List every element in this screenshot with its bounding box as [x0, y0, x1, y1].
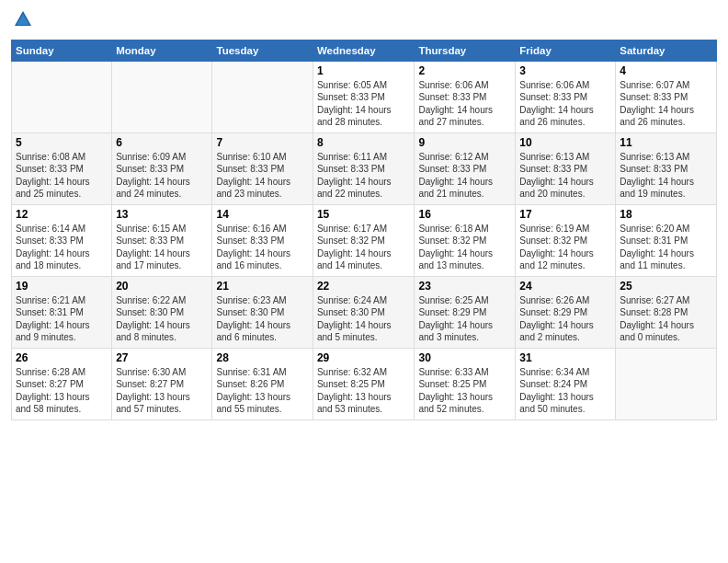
day-info: Sunrise: 6:30 AM Sunset: 8:27 PM Dayligh…	[116, 366, 208, 416]
calendar-cell: 18Sunrise: 6:20 AM Sunset: 8:31 PM Dayli…	[616, 204, 717, 276]
header	[11, 9, 717, 34]
day-number: 15	[317, 208, 411, 221]
day-info: Sunrise: 6:07 AM Sunset: 8:33 PM Dayligh…	[620, 79, 712, 129]
calendar-table: SundayMondayTuesdayWednesdayThursdayFrid…	[11, 40, 717, 420]
weekday-header-monday: Monday	[112, 40, 212, 61]
calendar-cell: 24Sunrise: 6:26 AM Sunset: 8:29 PM Dayli…	[516, 276, 616, 348]
calendar-week-row: 19Sunrise: 6:21 AM Sunset: 8:31 PM Dayli…	[12, 276, 717, 348]
calendar-cell	[616, 348, 717, 419]
day-number: 26	[16, 351, 108, 364]
calendar-cell	[212, 61, 313, 132]
calendar-cell: 14Sunrise: 6:16 AM Sunset: 8:33 PM Dayli…	[212, 204, 313, 276]
day-info: Sunrise: 6:32 AM Sunset: 8:25 PM Dayligh…	[317, 366, 411, 416]
day-info: Sunrise: 6:09 AM Sunset: 8:33 PM Dayligh…	[116, 151, 208, 201]
calendar-cell: 19Sunrise: 6:21 AM Sunset: 8:31 PM Dayli…	[12, 276, 112, 348]
day-info: Sunrise: 6:12 AM Sunset: 8:33 PM Dayligh…	[418, 151, 511, 201]
day-number: 6	[116, 136, 208, 149]
day-number: 16	[418, 208, 511, 221]
day-number: 8	[317, 136, 411, 149]
day-info: Sunrise: 6:11 AM Sunset: 8:33 PM Dayligh…	[317, 151, 411, 201]
day-number: 23	[418, 280, 511, 293]
calendar-cell: 23Sunrise: 6:25 AM Sunset: 8:29 PM Dayli…	[415, 276, 516, 348]
calendar-cell: 2Sunrise: 6:06 AM Sunset: 8:33 PM Daylig…	[415, 61, 516, 132]
calendar-cell: 21Sunrise: 6:23 AM Sunset: 8:30 PM Dayli…	[212, 276, 313, 348]
day-info: Sunrise: 6:22 AM Sunset: 8:30 PM Dayligh…	[116, 294, 208, 344]
day-info: Sunrise: 6:05 AM Sunset: 8:33 PM Dayligh…	[317, 79, 411, 129]
calendar-cell: 10Sunrise: 6:13 AM Sunset: 8:33 PM Dayli…	[516, 132, 616, 204]
day-number: 21	[216, 280, 308, 293]
day-number: 13	[116, 208, 208, 221]
day-number: 3	[519, 64, 611, 77]
day-info: Sunrise: 6:31 AM Sunset: 8:26 PM Dayligh…	[216, 366, 308, 416]
day-number: 10	[519, 136, 611, 149]
day-number: 29	[317, 351, 411, 364]
day-info: Sunrise: 6:27 AM Sunset: 8:28 PM Dayligh…	[620, 294, 712, 344]
calendar-week-row: 5Sunrise: 6:08 AM Sunset: 8:33 PM Daylig…	[12, 132, 717, 204]
day-info: Sunrise: 6:19 AM Sunset: 8:32 PM Dayligh…	[519, 223, 611, 272]
weekday-header-thursday: Thursday	[415, 40, 516, 61]
day-number: 7	[216, 136, 308, 149]
day-number: 25	[620, 280, 712, 293]
calendar-week-row: 12Sunrise: 6:14 AM Sunset: 8:33 PM Dayli…	[12, 204, 717, 276]
day-number: 27	[116, 351, 208, 364]
day-number: 19	[16, 280, 108, 293]
calendar-cell: 11Sunrise: 6:13 AM Sunset: 8:33 PM Dayli…	[616, 132, 717, 204]
day-info: Sunrise: 6:26 AM Sunset: 8:29 PM Dayligh…	[519, 294, 611, 344]
calendar-cell: 9Sunrise: 6:12 AM Sunset: 8:33 PM Daylig…	[415, 132, 516, 204]
day-info: Sunrise: 6:15 AM Sunset: 8:33 PM Dayligh…	[116, 223, 208, 272]
calendar-cell: 20Sunrise: 6:22 AM Sunset: 8:30 PM Dayli…	[112, 276, 212, 348]
calendar-cell	[112, 61, 212, 132]
calendar-cell: 7Sunrise: 6:10 AM Sunset: 8:33 PM Daylig…	[212, 132, 313, 204]
calendar-cell: 29Sunrise: 6:32 AM Sunset: 8:25 PM Dayli…	[313, 348, 415, 419]
calendar-cell: 15Sunrise: 6:17 AM Sunset: 8:32 PM Dayli…	[313, 204, 415, 276]
day-number: 20	[116, 280, 208, 293]
day-info: Sunrise: 6:34 AM Sunset: 8:24 PM Dayligh…	[519, 366, 611, 416]
day-number: 2	[418, 64, 511, 77]
day-number: 28	[216, 351, 308, 364]
day-info: Sunrise: 6:24 AM Sunset: 8:30 PM Dayligh…	[317, 294, 411, 344]
calendar-cell: 22Sunrise: 6:24 AM Sunset: 8:30 PM Dayli…	[313, 276, 415, 348]
day-info: Sunrise: 6:33 AM Sunset: 8:25 PM Dayligh…	[418, 366, 511, 416]
calendar-cell	[12, 61, 112, 132]
day-number: 18	[620, 208, 712, 221]
day-number: 14	[216, 208, 308, 221]
weekday-header-tuesday: Tuesday	[212, 40, 313, 61]
day-info: Sunrise: 6:17 AM Sunset: 8:32 PM Dayligh…	[317, 223, 411, 272]
calendar-cell: 16Sunrise: 6:18 AM Sunset: 8:32 PM Dayli…	[415, 204, 516, 276]
calendar-cell: 4Sunrise: 6:07 AM Sunset: 8:33 PM Daylig…	[616, 61, 717, 132]
calendar-cell: 30Sunrise: 6:33 AM Sunset: 8:25 PM Dayli…	[415, 348, 516, 419]
day-number: 4	[620, 64, 712, 77]
day-info: Sunrise: 6:25 AM Sunset: 8:29 PM Dayligh…	[418, 294, 511, 344]
calendar-cell: 25Sunrise: 6:27 AM Sunset: 8:28 PM Dayli…	[616, 276, 717, 348]
calendar-cell: 17Sunrise: 6:19 AM Sunset: 8:32 PM Dayli…	[516, 204, 616, 276]
weekday-header-row: SundayMondayTuesdayWednesdayThursdayFrid…	[12, 40, 717, 61]
day-info: Sunrise: 6:18 AM Sunset: 8:32 PM Dayligh…	[418, 223, 511, 272]
day-number: 12	[16, 208, 108, 221]
day-info: Sunrise: 6:06 AM Sunset: 8:33 PM Dayligh…	[519, 79, 611, 129]
calendar-cell: 13Sunrise: 6:15 AM Sunset: 8:33 PM Dayli…	[112, 204, 212, 276]
weekday-header-friday: Friday	[516, 40, 616, 61]
day-info: Sunrise: 6:28 AM Sunset: 8:27 PM Dayligh…	[16, 366, 108, 416]
day-number: 11	[620, 136, 712, 149]
day-info: Sunrise: 6:21 AM Sunset: 8:31 PM Dayligh…	[16, 294, 108, 344]
logo	[11, 9, 33, 34]
day-number: 1	[317, 64, 411, 77]
calendar-cell: 26Sunrise: 6:28 AM Sunset: 8:27 PM Dayli…	[12, 348, 112, 419]
day-number: 9	[418, 136, 511, 149]
day-number: 17	[519, 208, 611, 221]
logo-icon	[13, 9, 33, 29]
day-info: Sunrise: 6:06 AM Sunset: 8:33 PM Dayligh…	[418, 79, 511, 129]
calendar-cell: 5Sunrise: 6:08 AM Sunset: 8:33 PM Daylig…	[12, 132, 112, 204]
day-info: Sunrise: 6:10 AM Sunset: 8:33 PM Dayligh…	[216, 151, 308, 201]
calendar-cell: 3Sunrise: 6:06 AM Sunset: 8:33 PM Daylig…	[516, 61, 616, 132]
day-number: 5	[16, 136, 108, 149]
day-info: Sunrise: 6:08 AM Sunset: 8:33 PM Dayligh…	[16, 151, 108, 201]
calendar-week-row: 1Sunrise: 6:05 AM Sunset: 8:33 PM Daylig…	[12, 61, 717, 132]
day-info: Sunrise: 6:23 AM Sunset: 8:30 PM Dayligh…	[216, 294, 308, 344]
day-number: 24	[519, 280, 611, 293]
calendar-cell: 31Sunrise: 6:34 AM Sunset: 8:24 PM Dayli…	[516, 348, 616, 419]
day-info: Sunrise: 6:16 AM Sunset: 8:33 PM Dayligh…	[216, 223, 308, 272]
weekday-header-wednesday: Wednesday	[313, 40, 415, 61]
day-number: 30	[418, 351, 511, 364]
calendar-cell: 6Sunrise: 6:09 AM Sunset: 8:33 PM Daylig…	[112, 132, 212, 204]
